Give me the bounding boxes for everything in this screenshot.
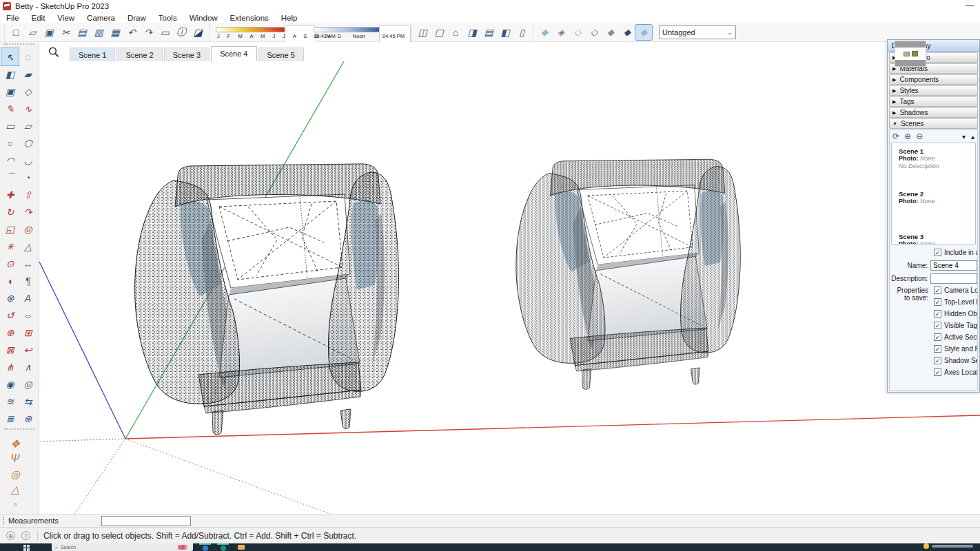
menu-item[interactable]: File <box>0 14 25 22</box>
make-component-tool-button[interactable]: ▣ <box>1 83 19 100</box>
circle-tool-button[interactable]: ○ <box>1 134 19 152</box>
paste-button[interactable]: ▥ <box>90 25 107 40</box>
front-view-button[interactable]: ⌂ <box>447 25 464 40</box>
push-pull-tool-button[interactable]: ⇧ <box>19 186 37 203</box>
taskbar-app-edge[interactable] <box>199 543 211 551</box>
bottom-view-button[interactable]: ▯ <box>513 25 530 40</box>
update-scene-icon[interactable]: ⟳ <box>892 132 899 141</box>
offset-tool-button[interactable]: ◎ <box>19 220 37 238</box>
paint-bucket-tool-button[interactable]: ◧ <box>1 65 19 83</box>
scene-list[interactable]: Scene 1 Photo: None No Description <box>891 143 976 245</box>
zoom-window-tool-button[interactable]: ⊞ <box>19 324 37 341</box>
three-point-arc-tool-button[interactable]: ⌒ <box>1 169 19 186</box>
view-eye-tool-button[interactable]: ◎ <box>19 375 37 393</box>
delete-button[interactable]: ▦ <box>107 25 123 40</box>
hide-details-icon[interactable]: ▴ <box>971 133 974 141</box>
scene-list-item[interactable]: Scene 3 Photo: None <box>892 229 975 245</box>
menu-item[interactable]: Edit <box>25 14 52 22</box>
tag-dropdown[interactable]: Untagged ⌄ <box>659 25 736 39</box>
menu-item[interactable]: View <box>51 14 81 22</box>
axes-tool-button[interactable]: ✳ <box>1 238 19 255</box>
start-button-icon[interactable] <box>23 545 30 551</box>
left-view-button[interactable]: ◧ <box>497 25 513 40</box>
property-checkbox[interactable]: ✓ <box>934 310 941 318</box>
shaded-style-button[interactable]: ◆ <box>602 25 619 40</box>
measurements-drag-handle[interactable] <box>3 517 6 525</box>
polygon-tool-button[interactable]: ⬡ <box>19 134 37 152</box>
scene-list-item[interactable]: Scene 2 Photo: None <box>892 186 975 229</box>
zoom-previous-tool-button[interactable]: ↩ <box>19 341 37 358</box>
new-document-button[interactable]: □ <box>8 25 24 40</box>
walk-tool-button[interactable]: ∧ <box>19 358 37 375</box>
tray-section-header[interactable]: ▶ Styles <box>889 85 978 96</box>
lasso-tool-button[interactable]: ◌ <box>19 48 37 65</box>
taskbar-app-teams[interactable] <box>217 543 229 551</box>
tray-section-header[interactable]: ▶ Tags <box>889 96 978 107</box>
rotate-tool-button[interactable]: ↻ <box>1 203 19 220</box>
property-checkbox[interactable]: ✓ <box>934 287 941 294</box>
menu-item[interactable]: Draw <box>121 14 152 22</box>
iso-view-button[interactable]: ◫ <box>414 25 431 40</box>
textured-style-button[interactable]: ◆ <box>619 25 635 40</box>
property-checkbox[interactable]: ✓ <box>934 345 941 353</box>
freehand-tool-button[interactable]: ∿ <box>19 100 37 117</box>
hidden-line-style-button[interactable]: ◇ <box>586 25 602 40</box>
position-camera-tool-button[interactable]: ⋔ <box>1 358 19 375</box>
section-plane-tool-button[interactable]: ⊗ <box>1 289 19 306</box>
xray-style-button[interactable]: ◆ <box>536 25 553 40</box>
include-animation-checkbox[interactable]: ✓ <box>934 249 941 256</box>
print-button[interactable]: ▭ <box>156 25 173 40</box>
save-button[interactable]: ▣ <box>41 25 57 40</box>
scene-list-item[interactable]: Scene 1 Photo: None No Description <box>892 143 975 186</box>
modeling-canvas[interactable] <box>39 61 980 514</box>
zoom-extents-tool-button[interactable]: ⊠ <box>1 341 19 358</box>
three-d-text-tool-button[interactable]: A <box>19 289 37 306</box>
property-checkbox[interactable]: ✓ <box>934 368 941 376</box>
property-checkbox[interactable]: ✓ <box>934 357 941 364</box>
rectangle-tool-button[interactable]: ▭ <box>1 117 19 134</box>
eraser-tool-button[interactable]: ▰ <box>19 65 37 83</box>
scene-tab[interactable]: Scene 3 <box>164 48 210 61</box>
scene-description-input[interactable] <box>930 273 977 284</box>
menu-item[interactable]: Help <box>275 14 304 22</box>
layers-stack-tool-button[interactable]: ≣ <box>1 410 19 427</box>
scale-tool-button[interactable]: ◱ <box>1 220 19 238</box>
shadow-time-slider[interactable]: 06:43 AM Noon 04:45 PM <box>314 25 405 40</box>
scene-tab[interactable]: Scene 1 <box>70 48 115 61</box>
taskbar-search-box[interactable]: ⌕ Search <box>52 543 193 551</box>
scene-tab[interactable]: Scene 5 <box>258 48 304 61</box>
armchair-model-right[interactable] <box>516 159 740 389</box>
right-view-button[interactable]: ◨ <box>464 25 480 40</box>
line-tool-button[interactable]: ✎ <box>1 100 19 117</box>
menu-item[interactable]: Tools <box>152 14 183 22</box>
two-point-arc-tool-button[interactable]: ◡ <box>19 152 37 169</box>
minimize-button[interactable]: — <box>963 1 976 11</box>
property-checkbox[interactable]: ✓ <box>934 298 941 306</box>
open-button[interactable]: ▱ <box>24 25 41 40</box>
show-details-icon[interactable]: ▾ <box>962 133 966 141</box>
property-checkbox[interactable]: ✓ <box>934 322 941 329</box>
shadows-toggle-button[interactable]: ◪ <box>190 25 206 40</box>
orbit-tool-button[interactable]: ↺ <box>1 306 19 324</box>
protractor-tool-button[interactable]: ◖ <box>1 272 19 289</box>
select-tool-button[interactable]: ↖ <box>1 48 19 65</box>
settings-gear-tool-button[interactable]: ⊛ <box>19 410 37 427</box>
swap-tool-button[interactable]: ⇆ <box>19 393 37 410</box>
move-tool-button[interactable]: ✚ <box>1 186 19 203</box>
scene-name-input[interactable] <box>930 260 977 271</box>
omni-light-button[interactable]: ◎ <box>6 466 25 481</box>
undo-button[interactable]: ↶ <box>123 25 140 40</box>
dimension-tool-button[interactable]: ↔ <box>19 255 37 272</box>
menu-item[interactable]: Window <box>183 14 224 22</box>
palette-drag-handle[interactable] <box>4 43 34 47</box>
look-around-tool-button[interactable]: ◉ <box>1 375 19 393</box>
zoom-tool-button[interactable]: ⊕ <box>1 324 19 341</box>
area-light-button[interactable]: ◦ <box>6 497 25 512</box>
tape-measure-tool-button[interactable]: ⊙ <box>1 255 19 272</box>
tray-section-header[interactable]: ▶ Components <box>889 74 978 85</box>
model-info-button[interactable]: ⓘ <box>173 25 190 40</box>
geolocation-icon[interactable]: ⊕ <box>6 531 15 540</box>
property-checkbox[interactable]: ✓ <box>934 333 941 341</box>
soften-edges-tool-button[interactable]: ≋ <box>1 393 19 410</box>
follow-me-tool-button[interactable]: ↷ <box>19 203 37 220</box>
